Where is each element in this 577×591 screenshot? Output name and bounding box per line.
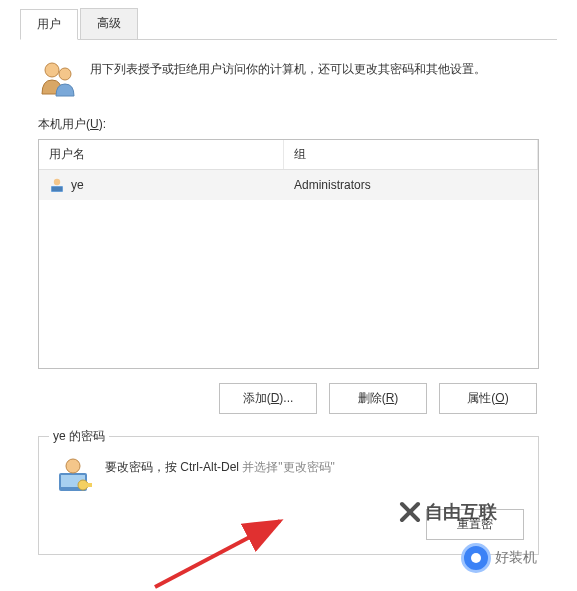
table-row[interactable]: ye Administrators — [39, 170, 538, 200]
col-header-username[interactable]: 用户名 — [39, 140, 284, 169]
password-group: ye 的密码 要改密码，按 Ctrl-Alt-Del 并选择"更改密码" — [38, 436, 539, 555]
svg-point-3 — [54, 179, 60, 185]
list-header: 用户名 组 — [39, 140, 538, 170]
add-button[interactable]: 添加(D)... — [219, 383, 317, 414]
cell-group: Administrators — [284, 175, 538, 195]
tab-strip: 用户 高级 — [20, 8, 557, 40]
svg-point-1 — [59, 68, 71, 80]
username-text: ye — [71, 178, 84, 192]
remove-button[interactable]: 删除(R) — [329, 383, 427, 414]
users-icon — [38, 58, 78, 98]
svg-rect-9 — [86, 483, 92, 487]
reset-password-button[interactable]: 重置密 — [426, 509, 524, 540]
cell-username: ye — [39, 175, 284, 195]
users-list-label: 本机用户(U): — [38, 116, 539, 133]
users-button-row: 添加(D)... 删除(R) 属性(O) — [38, 383, 539, 414]
users-list[interactable]: 用户名 组 ye Administrators — [38, 139, 539, 369]
tab-advanced[interactable]: 高级 — [80, 8, 138, 39]
svg-rect-4 — [52, 187, 62, 191]
tab-content-users: 用下列表授予或拒绝用户访问你的计算机，还可以更改其密码和其他设置。 本机用户(U… — [20, 40, 557, 565]
properties-button[interactable]: 属性(O) — [439, 383, 537, 414]
info-row: 用下列表授予或拒绝用户访问你的计算机，还可以更改其密码和其他设置。 — [38, 58, 539, 98]
user-accounts-dialog: 用户 高级 用下列表授予或拒绝用户访问你的计算机，还可以更改其密码和其他设置。 … — [0, 0, 577, 565]
password-hint-text: 要改密码，按 Ctrl-Alt-Del 并选择"更改密码" — [105, 455, 335, 476]
user-icon — [49, 177, 65, 193]
col-header-group[interactable]: 组 — [284, 140, 538, 169]
svg-point-0 — [45, 63, 59, 77]
password-group-title: ye 的密码 — [49, 428, 109, 445]
reset-button-row: 重置密 — [53, 509, 524, 540]
key-user-icon — [53, 455, 93, 495]
svg-point-7 — [66, 459, 80, 473]
password-row: 要改密码，按 Ctrl-Alt-Del 并选择"更改密码" — [53, 455, 524, 495]
info-text: 用下列表授予或拒绝用户访问你的计算机，还可以更改其密码和其他设置。 — [90, 58, 486, 79]
tab-users[interactable]: 用户 — [20, 9, 78, 40]
